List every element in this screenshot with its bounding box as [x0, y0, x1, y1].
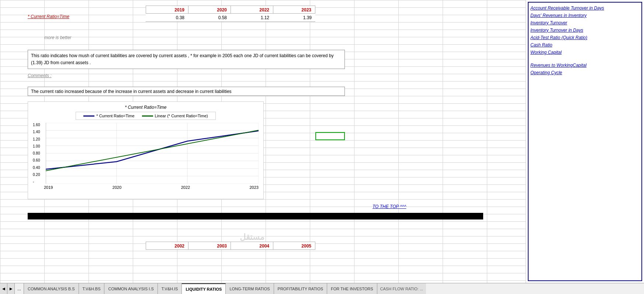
current-ratio-label[interactable]: * Current Ratio=Time	[28, 14, 69, 19]
year-2023: 2023	[273, 6, 315, 14]
tab-for-investors[interactable]: FOR THE INVESTORS	[327, 283, 377, 294]
sidebar-link-inventory-turnover[interactable]: Inventory Turnover	[530, 19, 640, 27]
to-top-link[interactable]: TO THE TOP ^^^	[373, 204, 406, 209]
legend-green-line	[142, 115, 153, 117]
value-2023: 1.39	[273, 14, 315, 22]
sidebar-link-days-revenues[interactable]: Days' Revenues in Inventory	[530, 12, 640, 19]
right-sidebar: Account Receivable Turnover in Days Days…	[528, 2, 642, 281]
tab-nav-left[interactable]: ◀	[0, 283, 7, 294]
tab-profitability-ratios[interactable]: PROFITABILITY RATIOS	[274, 283, 327, 294]
sidebar-link-ar-turnover-days[interactable]: Account Receivable Turnover in Days	[530, 4, 640, 12]
y-axis-labels: 1.60 1.40 1.20 1.00 0.80 0.60 0.40 0.20 …	[33, 123, 40, 184]
x-axis-labels: 2019 2020 2022 2023	[44, 185, 259, 190]
tab-tvh-is[interactable]: T.V&H.IS	[158, 283, 182, 294]
sidebar-link-inventory-turnover-days[interactable]: Inventory Turnover in Days	[530, 27, 640, 34]
chart-title: * Current Ratio=Time	[31, 105, 260, 110]
tab-tvh-bs[interactable]: T.V&H.BS	[79, 283, 105, 294]
tab-common-is[interactable]: COMMON ANALYSIS I.S	[104, 283, 157, 294]
legend-series1: * Current Ratio=Time	[83, 114, 134, 118]
year-headers: 2019 2020 2022 2023	[146, 6, 315, 14]
watermark: مستقل	[240, 232, 264, 242]
year-2020: 2020	[188, 6, 231, 14]
value-2020: 0.58	[188, 14, 231, 22]
comment-text: The current ratio increased because of t…	[28, 87, 345, 96]
chart-container: * Current Ratio=Time * Current Ratio=Tim…	[28, 101, 264, 199]
bottom-year-2002: 2002	[146, 242, 188, 250]
sidebar-link-cash-ratio[interactable]: Cash Ratio	[530, 41, 640, 49]
chart-legend: * Current Ratio=Time Linear (* Current R…	[76, 112, 216, 120]
value-2019: 0.38	[146, 14, 188, 22]
legend-blue-line	[83, 115, 94, 117]
tab-long-term-ratios[interactable]: LONG-TERM RATIOS	[226, 283, 274, 294]
legend-series1-label: * Current Ratio=Time	[96, 114, 134, 118]
sidebar-link-working-capital[interactable]: Working Capital	[530, 49, 640, 56]
sidebar-link-acid-test[interactable]: Acid-Test Ratio (Quick Ratio)	[530, 34, 640, 41]
year-2022: 2022	[231, 6, 273, 14]
bottom-year-2004: 2004	[231, 242, 273, 250]
tab-common-bs[interactable]: COMMON ANALYSIS B.S	[24, 283, 79, 294]
tab-cash-flow[interactable]: CASH FLOW RATIO: ...	[377, 283, 426, 294]
legend-series2-label: Linear (* Current Ratio=Time)	[155, 114, 208, 118]
tab-nav-right[interactable]: ▶	[7, 283, 15, 294]
sidebar-link-revenues-working-capital[interactable]: Revenues to WorkingCapital	[530, 62, 640, 69]
year-2019: 2019	[146, 6, 188, 14]
tab-bar: ◀ ▶ ... COMMON ANALYSIS B.S T.V&H.BS COM…	[0, 283, 644, 294]
values-row: 0.38 0.58 1.12 1.39	[146, 14, 315, 22]
chart-svg	[46, 123, 259, 184]
tab-liquidity-ratios[interactable]: LIQUIDITY RATIOS	[182, 283, 226, 294]
comments-label: Comments :	[28, 73, 52, 78]
bottom-year-2003: 2003	[188, 242, 231, 250]
description-box: This ratio indicates how mush of current…	[28, 50, 345, 69]
legend-series2: Linear (* Current Ratio=Time)	[142, 114, 208, 118]
bottom-year-headers: 2002 2003 2004 2005	[146, 242, 315, 250]
selected-cell[interactable]	[315, 132, 345, 140]
value-2022: 1.12	[231, 14, 273, 22]
black-bar	[28, 213, 483, 219]
svg-line-13	[46, 130, 259, 171]
sidebar-link-operating-cycle[interactable]: Operating Cycle	[530, 69, 640, 76]
bottom-year-2005: 2005	[273, 242, 315, 250]
tab-dots[interactable]: ...	[15, 283, 24, 294]
more-is-better-label: more is better	[44, 35, 71, 40]
